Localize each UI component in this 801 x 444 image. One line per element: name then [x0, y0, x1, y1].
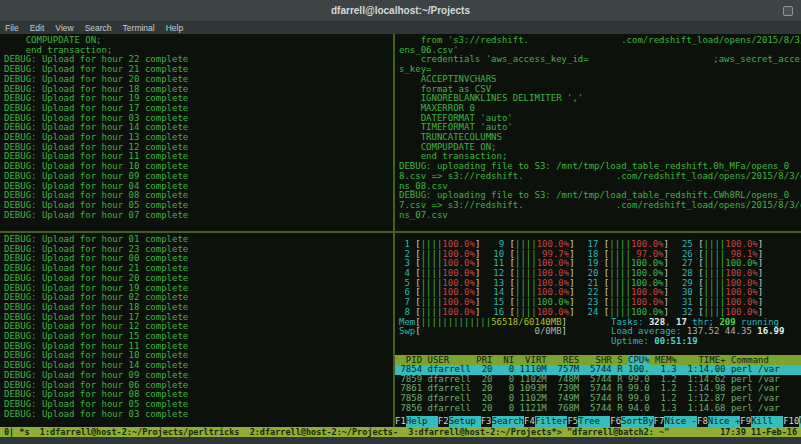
pane-htop[interactable]: 1 [||||100.0%]2 [||||100.0%]3 [||||100.0…	[395, 233, 801, 427]
pane-top-right-log[interactable]: from 's3://redshift. .com/redshift_load/…	[395, 34, 801, 231]
cpu-meter-part: ]	[475, 278, 480, 288]
cpu-meter-part: ]	[569, 287, 574, 297]
cpu-meter-part: 100.0%	[537, 239, 570, 249]
cpu-meter-part: ||||	[421, 239, 443, 249]
cpu-meter-part: ||||	[704, 239, 726, 249]
menu-item-search[interactable]: Search	[85, 23, 112, 33]
terminal-window: dfarrell@localhost:~/Projects FileEditVi…	[0, 0, 801, 444]
pane-bottom-left-log[interactable]: DEBUG: Upload for hour 01 completeDEBUG:…	[0, 233, 393, 427]
menu-item-view[interactable]: View	[55, 23, 73, 33]
text-segment: Tasks:	[611, 317, 649, 327]
fkey-quit[interactable]: F10Quit	[783, 416, 801, 427]
fkey-label: SortBy	[621, 416, 654, 427]
cpu-meter-part: 100.0%	[537, 307, 570, 317]
cpu-meter-part: ]	[569, 307, 574, 317]
cpu-meter-part: [	[410, 268, 421, 278]
log-line: from 's3://redshift. .com/redshift_load/…	[399, 36, 801, 46]
cpu-meter-part: 100.0%	[725, 239, 758, 249]
cpu-meter-part: [	[410, 297, 421, 307]
cpu-meter-part: 100.0%	[442, 307, 475, 317]
fkey-number: F7	[654, 416, 665, 427]
fkey-label: Search	[492, 416, 525, 427]
cpu-meter-part: ]	[475, 287, 480, 297]
fkey-label: Help	[406, 416, 438, 427]
fkey-tree[interactable]: F5Tree	[567, 416, 610, 427]
cpu-meter-part: ]	[475, 258, 480, 268]
cpu-meter-part: [	[504, 258, 515, 268]
cpu-meter-part: [	[598, 278, 609, 288]
log-line: DEBUG: Upload for hour 03 complete	[4, 410, 393, 420]
fkey-filter[interactable]: F4Filter	[524, 416, 567, 427]
cpu-meter-part: 100.0%	[442, 287, 475, 297]
menu-bar: FileEditViewSearchTerminalHelp	[0, 22, 801, 34]
cpu-meter-part: [	[410, 249, 421, 259]
pane-divider-horizontal[interactable]	[0, 231, 801, 233]
menu-item-file[interactable]: File	[5, 23, 19, 33]
fkey-search[interactable]: F3Search	[481, 416, 524, 427]
cpu-meter-part: [	[504, 278, 515, 288]
cpu-meter-part: [	[598, 249, 609, 259]
cpu-meter-part: ]	[758, 239, 763, 249]
cpu-meter-part: [	[598, 258, 609, 268]
cpu-meter-part: ||||	[515, 258, 537, 268]
title-bar: dfarrell@localhost:~/Projects	[0, 0, 801, 22]
screen-status-bar: 0| *s 1:dfarrell@host-2:~/Projects/perlt…	[0, 427, 801, 437]
text-segment: 16.99	[757, 326, 784, 336]
cpu-meter-part: ]	[475, 249, 480, 259]
cpu-meter-part: ||||	[609, 278, 631, 288]
cpu-meter-part: [	[693, 239, 704, 249]
window-title: dfarrell@localhost:~/Projects	[331, 5, 470, 16]
cpu-meter-part: [	[693, 297, 704, 307]
cpu-meter-part: ||||	[515, 297, 537, 307]
fkey-nice-[interactable]: F7Nice -	[654, 416, 697, 427]
cpu-meter-part: ||||	[515, 307, 537, 317]
cpu-meter-part: 100.0%	[631, 287, 664, 297]
cpu-meter-part: ]	[663, 297, 668, 307]
cpu-meter-part: 100.0%	[631, 297, 664, 307]
cpu-meter-part: [	[693, 307, 704, 317]
cpu-meter-part: ||||	[704, 258, 726, 268]
window-bottom-edge	[0, 437, 801, 444]
cpu-meter-part: [	[504, 239, 515, 249]
pane-top-left-log[interactable]: COMPUPDATE ON; end transaction;DEBUG: Up…	[0, 34, 393, 231]
cpu-meter-part: [	[693, 268, 704, 278]
cpu-meter-part: ]	[475, 268, 480, 278]
fkey-sortby[interactable]: F6SortBy	[610, 416, 653, 427]
cpu-meter-part: ]	[758, 249, 763, 259]
process-row[interactable]: 7856 dfarrell 20 0 1121M 768M 5744 R 94.…	[395, 404, 801, 414]
fkey-setup[interactable]: F2Setup	[438, 416, 481, 427]
close-icon[interactable]	[783, 6, 793, 16]
text-segment: 44.35	[725, 326, 758, 336]
cpu-meter-part: [	[410, 239, 421, 249]
fkey-nice-[interactable]: F8Nice +	[697, 416, 740, 427]
fkey-label: Tree	[578, 416, 610, 427]
htop-cpu-meters: 1 [||||100.0%]2 [||||100.0%]3 [||||100.0…	[399, 240, 801, 318]
menu-item-edit[interactable]: Edit	[30, 23, 45, 33]
fkey-number: F6	[610, 416, 621, 427]
fkey-label: Nice +	[708, 416, 741, 427]
fkey-label: Filter	[535, 416, 568, 427]
cpu-meter-part: [	[693, 249, 704, 259]
menu-item-help[interactable]: Help	[166, 23, 183, 33]
cpu-meter-part: 100.0%	[725, 307, 758, 317]
cpu-meter-part: [	[693, 258, 704, 268]
htop-function-key-bar: F1HelpF2SetupF3SearchF4FilterF5TreeF6Sor…	[395, 416, 801, 427]
text-segment: 328	[649, 317, 665, 327]
cpu-meter-part: [	[598, 239, 609, 249]
cpu-meter-part: [	[410, 287, 421, 297]
cpu-meter-part: ||||	[609, 268, 631, 278]
text-segment: ]	[562, 317, 567, 327]
cpu-meter-part: ||||	[609, 258, 631, 268]
cpu-meter-part: ||||	[515, 287, 537, 297]
fkey-number: F10	[783, 416, 799, 427]
fkey-label: Setup	[449, 416, 481, 427]
cpu-meter-part: ||||	[421, 297, 443, 307]
cpu-meter-part: ||||	[515, 249, 537, 259]
fkey-kill[interactable]: F9Kill	[740, 416, 783, 427]
fkey-help[interactable]: F1Help	[395, 416, 438, 427]
cpu-meter-part: 100.0%	[725, 268, 758, 278]
cpu-meter-part: ]	[475, 297, 480, 307]
text-segment: running	[736, 317, 779, 327]
cpu-meter-part: 98.1%	[725, 249, 758, 259]
menu-item-terminal[interactable]: Terminal	[123, 23, 155, 33]
